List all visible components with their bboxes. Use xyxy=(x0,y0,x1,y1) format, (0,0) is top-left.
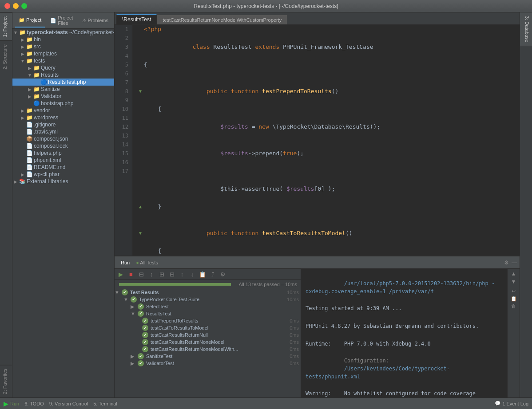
scroll-down-icon[interactable]: ▼ xyxy=(511,279,516,285)
run-tab-label[interactable]: Run xyxy=(117,258,133,267)
test-status-dot: ✓ xyxy=(142,339,148,345)
trash-icon[interactable]: 🗑 xyxy=(511,303,516,309)
run-config-label: ● All Tests xyxy=(136,260,158,265)
tree-item-helpers[interactable]: 📄 helpers.php xyxy=(12,149,114,157)
copy-icon[interactable]: 📋 xyxy=(511,296,517,302)
file-icon: 📄 xyxy=(26,157,33,163)
tree-item-resultstest[interactable]: 🔵 ResultsTest.php xyxy=(12,79,114,86)
tree-arrow-sanitize: ▶ xyxy=(27,87,33,92)
status-vcs[interactable]: 9: Version Control xyxy=(49,401,88,406)
tree-item-ext-libs[interactable]: ▶ 📚 External Libraries xyxy=(12,178,114,185)
tree-item-composer-json[interactable]: 📦 composer.json xyxy=(12,135,114,142)
test-item-root[interactable]: ▼ ✓ Test Results 10ms xyxy=(115,289,301,296)
tree-item-gitignore[interactable]: 📄 .gitignore xyxy=(12,121,114,128)
tree-arrow-validator: ▶ xyxy=(27,94,33,99)
status-todo[interactable]: 6: TODO xyxy=(24,401,44,406)
expand-icon: ▼ xyxy=(123,297,130,302)
tree-item-validator[interactable]: ▶ 📁 Validator xyxy=(12,93,114,100)
editor-tab-resultstest[interactable]: \ResultsTest xyxy=(116,14,157,24)
run-button[interactable]: ▶ Run xyxy=(4,400,19,407)
close-button[interactable] xyxy=(4,3,10,9)
tree-item-wordpress[interactable]: ▶ 📁 wordpress xyxy=(12,114,114,121)
tree-item-travis[interactable]: 📄 .travis.yml xyxy=(12,128,114,135)
test-item-sanitize[interactable]: ▶ ✓ SanitizeTest 0ms xyxy=(115,353,301,360)
tree-item-sanitize[interactable]: ▶ 📁 Sanitize xyxy=(12,86,114,93)
tree-item-wp-cli[interactable]: ▶ 📄 wp-cli.phar xyxy=(12,171,114,178)
test-item-validator[interactable]: ▶ ✓ ValidatorTest 0ms xyxy=(115,360,301,367)
tree-item-readme[interactable]: 📄 README.md xyxy=(12,164,114,171)
sort-icon[interactable]: ↕ xyxy=(147,270,156,279)
right-tab-database[interactable]: 3: Database xyxy=(520,12,532,46)
status-terminal[interactable]: 5: Terminal xyxy=(93,401,117,406)
prev-icon[interactable]: ↑ xyxy=(178,270,187,279)
test-item-suite[interactable]: ▼ ✓ TypeRocket Core Test Suite 10ms xyxy=(115,296,301,303)
tree-item-results[interactable]: ▼ 📁 Results xyxy=(12,71,114,79)
tree-arrow-templates: ▶ xyxy=(20,51,26,56)
tree-label-ext-libs: External Libraries xyxy=(26,178,114,185)
tree-item-bin[interactable]: ▶ 📁 bin xyxy=(12,36,114,43)
tree-item-query[interactable]: ▶ 📁 Query xyxy=(12,64,114,71)
file-icon: 📄 xyxy=(26,164,33,170)
panel-tab-problems[interactable]: ⚠ Problems xyxy=(79,13,112,28)
code-line-11: ▲ } xyxy=(137,202,515,211)
panel-tab-project[interactable]: 📁 Project xyxy=(15,13,45,28)
tree-item-composer-lock[interactable]: 📄 composer.lock xyxy=(12,142,114,149)
test-time: 0ms xyxy=(290,325,301,330)
test-status-dot: ✓ xyxy=(131,296,137,303)
config-icon[interactable]: ⚙ xyxy=(218,270,227,279)
rerun-icon[interactable]: ▶ xyxy=(116,270,125,279)
status-event-log[interactable]: 💬 1 Event Log xyxy=(495,401,528,406)
expand-all-icon[interactable]: ⊞ xyxy=(157,270,166,279)
sidebar-tab-project[interactable]: 1: Project xyxy=(0,12,12,40)
close-panel-icon[interactable]: — xyxy=(512,260,517,266)
tree-label-helpers: helpers.php xyxy=(33,150,114,156)
test-item-results-suite[interactable]: ▼ ✓ ResultsTest xyxy=(115,310,301,317)
code-line-4 xyxy=(137,69,515,78)
tree-label-gitignore: .gitignore xyxy=(33,122,114,128)
php-file-icon: 🔵 xyxy=(33,100,40,106)
maximize-button[interactable] xyxy=(21,3,27,9)
tree-item-templates[interactable]: ▶ 📁 templates xyxy=(12,50,114,57)
editor-area: \ResultsTest testCastResultsReturnNoneMo… xyxy=(115,12,520,256)
test-item-select[interactable]: ▶ ✓ SelectTest xyxy=(115,303,301,310)
editor-column: \ResultsTest testCastResultsReturnNoneMo… xyxy=(115,12,520,397)
test-status-dot: ✓ xyxy=(138,353,144,359)
wrap-icon[interactable]: ↩ xyxy=(512,288,516,294)
progress-fill xyxy=(119,283,231,286)
output-line-5 xyxy=(306,331,503,339)
test-item-t5[interactable]: ✓ testCastResultsReturnNoneModelWith... … xyxy=(115,346,301,353)
play-icon: ▶ xyxy=(4,400,8,407)
tree-item-phpunit-xml[interactable]: 📄 phpunit.xml xyxy=(12,157,114,164)
sidebar-tab-structure[interactable]: 2: Structure xyxy=(0,40,12,73)
editor-tab-method[interactable]: testCastResultsReturnNoneModelWithCustom… xyxy=(157,15,287,24)
folder-icon: 📁 xyxy=(33,65,40,71)
expand-icon: ▼ xyxy=(115,290,121,295)
tree-root[interactable]: ▼ 📁 typerocket-tests ~/Code/typerocket-t… xyxy=(12,29,114,36)
test-label: ValidatorTest xyxy=(145,361,174,366)
settings-icon[interactable]: ⚙ xyxy=(504,260,509,266)
export-icon[interactable]: ⤴ xyxy=(208,270,217,279)
code-line-5: ▼ public function testPrependToResults() xyxy=(137,78,515,105)
next-icon[interactable]: ↓ xyxy=(188,270,197,279)
tree-item-bootstrap[interactable]: 🔵 bootstrap.php xyxy=(12,100,114,107)
collapse-all-icon[interactable]: ⊟ xyxy=(167,270,176,279)
test-item-t1[interactable]: ✓ testPrependToResults 0ms xyxy=(115,317,301,324)
test-item-t2[interactable]: ✓ testCastToResultsToModel 0ms xyxy=(115,324,301,331)
tree-item-vendor[interactable]: ▶ 📁 vendor xyxy=(12,107,114,114)
filter-icon[interactable]: ⊟ xyxy=(137,270,146,279)
scroll-up-icon[interactable]: ▲ xyxy=(511,271,516,277)
stop-icon[interactable]: ■ xyxy=(127,270,135,279)
test-item-t3[interactable]: ✓ testCastResultsReturnNull 0ms xyxy=(115,331,301,338)
sidebar-tab-favorites[interactable]: 2: Favorites xyxy=(0,365,12,397)
expand-icon: ▶ xyxy=(131,361,137,366)
main-layout: 1: Project 2: Structure 2: Favorites 📁 P… xyxy=(0,12,532,397)
test-item-t4[interactable]: ✓ testCastResultsReturnNoneModel 0ms xyxy=(115,338,301,346)
minimize-button[interactable] xyxy=(13,3,19,9)
panel-tab-project-files[interactable]: 📄 Project Files xyxy=(47,13,76,28)
tree-item-tests[interactable]: ▼ 📁 tests xyxy=(12,57,114,64)
tree-item-src[interactable]: ▶ 📁 src xyxy=(12,43,114,50)
tree-arrow-src: ▶ xyxy=(20,44,26,49)
output-line-3 xyxy=(306,313,503,321)
tree-arrow-query: ▶ xyxy=(27,66,33,71)
output-icon[interactable]: 📋 xyxy=(198,270,207,279)
